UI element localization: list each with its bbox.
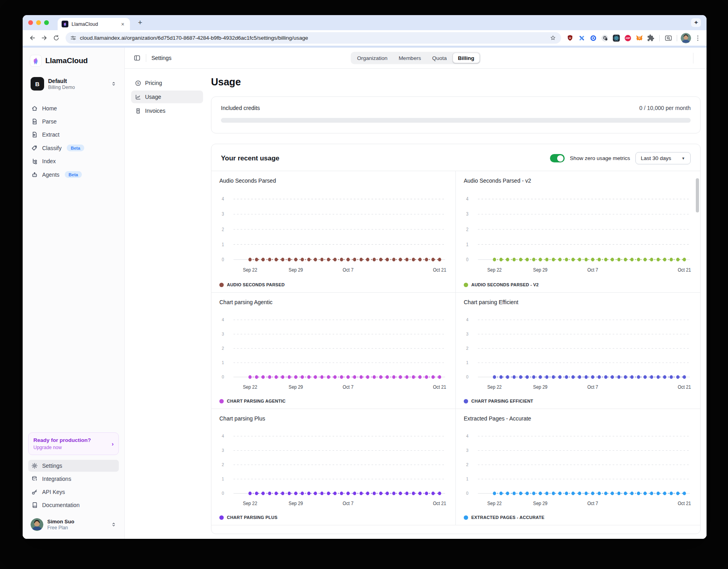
sidebar-item-agents[interactable]: Agents Beta bbox=[28, 168, 119, 181]
extension-icons: U ABP bbox=[565, 33, 703, 43]
sidebar-item-api-keys[interactable]: API Keys bbox=[28, 486, 119, 498]
browser-menu-icon[interactable] bbox=[693, 33, 703, 43]
tab-organization[interactable]: Organization bbox=[352, 53, 393, 63]
legend-dot bbox=[464, 399, 468, 403]
user-menu[interactable]: Simon Suo Free Plan bbox=[28, 517, 119, 532]
fullscreen-window-button[interactable] bbox=[44, 20, 49, 25]
onepassword-extension-icon[interactable] bbox=[600, 33, 610, 43]
svg-text:Sep 29: Sep 29 bbox=[288, 500, 303, 506]
extensions-puzzle-icon[interactable] bbox=[646, 33, 656, 43]
upgrade-title: Ready for production? bbox=[33, 437, 91, 443]
chart-title: Chart parsing Plus bbox=[219, 415, 447, 422]
chart-plot: 01234Sep 22Sep 29Oct 7Oct 21 bbox=[464, 185, 692, 280]
tab-quota[interactable]: Quota bbox=[427, 53, 452, 63]
ublock-extension-icon[interactable]: U bbox=[565, 33, 575, 43]
svg-text:0: 0 bbox=[466, 491, 469, 496]
header-divider bbox=[146, 54, 146, 62]
date-range-select[interactable]: Last 30 days ▼ bbox=[635, 152, 691, 164]
sidebar-item-label: Documentation bbox=[42, 502, 79, 508]
browser-profile-avatar[interactable] bbox=[681, 33, 691, 43]
svg-text:2: 2 bbox=[466, 346, 469, 351]
svg-text:2: 2 bbox=[466, 462, 469, 467]
target-extension-icon[interactable] bbox=[588, 33, 598, 43]
pricing-icon: $ bbox=[135, 80, 141, 86]
svg-text:Sep 22: Sep 22 bbox=[243, 500, 257, 506]
sidebar-item-label: Settings bbox=[42, 463, 62, 469]
svg-text:2: 2 bbox=[222, 462, 224, 467]
chart-legend: EXTRACTED PAGES - ACCURATE bbox=[464, 513, 692, 521]
tab-billing[interactable]: Billing bbox=[453, 53, 479, 63]
subnav-item-invoices[interactable]: Invoices bbox=[131, 104, 203, 117]
sidebar-item-home[interactable]: Home bbox=[28, 102, 119, 114]
react-devtools-extension-icon[interactable] bbox=[611, 33, 621, 43]
llamacloud-logo-icon bbox=[30, 55, 42, 67]
charts-grid: Audio Seconds Parsed 01234Sep 22Sep 29Oc… bbox=[211, 171, 700, 525]
included-credits-card: Included credits 0 / 10,000 per month bbox=[211, 96, 701, 133]
sidebar-item-documentation[interactable]: Documentation bbox=[28, 499, 119, 511]
user-plan: Free Plan bbox=[47, 525, 74, 530]
site-settings-icon[interactable] bbox=[70, 35, 76, 41]
charts-scrollbar-thumb[interactable] bbox=[696, 178, 699, 212]
chart-plot: 01234Sep 22Sep 29Oct 7Oct 21 bbox=[219, 422, 447, 513]
main-area: Settings Organization Members Quota Bill… bbox=[125, 48, 707, 539]
bookmark-star-icon[interactable] bbox=[550, 35, 556, 41]
blue-x-extension-icon[interactable] bbox=[577, 33, 587, 43]
upgrade-card[interactable]: Ready for production? Upgrade now › bbox=[28, 432, 119, 455]
sidebar-item-index[interactable]: Index bbox=[28, 155, 119, 167]
svg-text:0: 0 bbox=[466, 374, 469, 379]
sidebar-item-classify[interactable]: Classify Beta bbox=[28, 142, 119, 154]
sidebar-toggle-icon[interactable] bbox=[134, 54, 141, 62]
tab-members[interactable]: Members bbox=[393, 53, 426, 63]
included-credits-label: Included credits bbox=[221, 105, 260, 111]
forward-button[interactable] bbox=[39, 33, 50, 44]
sidebar-item-integrations[interactable]: Integrations bbox=[28, 473, 119, 485]
chart-legend: AUDIO SECONDS PARSED - V2 bbox=[464, 280, 692, 288]
recent-usage-title: Your recent usage bbox=[221, 154, 279, 162]
svg-text:Oct 21: Oct 21 bbox=[433, 267, 446, 273]
subnav-item-pricing[interactable]: $ Pricing bbox=[131, 77, 203, 89]
subnav-item-usage[interactable]: Usage bbox=[131, 91, 203, 103]
sidebar-item-settings[interactable]: Settings bbox=[28, 460, 119, 472]
minimize-window-button[interactable] bbox=[36, 20, 41, 25]
sidebar-item-parse[interactable]: Parse bbox=[28, 116, 119, 127]
svg-text:1: 1 bbox=[222, 476, 224, 481]
sidebar-item-label: Home bbox=[42, 105, 57, 112]
legend-dot bbox=[219, 399, 224, 403]
parse-icon bbox=[31, 118, 38, 125]
recent-usage-header: Your recent usage Show zero usage metric… bbox=[211, 144, 700, 171]
browser-window: LlamaCloud × + ✦ cloud.llamaindex.ai/org… bbox=[23, 15, 707, 539]
url-bar[interactable]: cloud.llamaindex.ai/organization/6d75d17… bbox=[66, 32, 561, 44]
subnav-item-label: Pricing bbox=[145, 80, 162, 86]
svg-text:Sep 29: Sep 29 bbox=[533, 500, 548, 506]
classify-tag-icon bbox=[31, 145, 38, 151]
legend-label: AUDIO SECONDS PARSED bbox=[227, 282, 285, 287]
new-tab-button[interactable]: + bbox=[136, 18, 145, 27]
org-selector[interactable]: B Default Billing Demo bbox=[28, 75, 119, 92]
settings-tabs: Organization Members Quota Billing bbox=[351, 52, 481, 64]
sidebar-bottom-nav: Settings Integrations API Keys Documenta… bbox=[28, 460, 119, 511]
svg-text:0: 0 bbox=[222, 374, 224, 379]
sidebar-item-extract[interactable]: Extract bbox=[28, 129, 119, 141]
chevron-up-down-icon bbox=[111, 81, 116, 87]
tab-search-icon[interactable] bbox=[663, 33, 673, 43]
sparkle-icon[interactable]: ✦ bbox=[691, 18, 701, 27]
close-tab-icon[interactable]: × bbox=[120, 21, 126, 28]
close-window-button[interactable] bbox=[28, 20, 33, 25]
svg-text:Oct 21: Oct 21 bbox=[433, 500, 446, 506]
legend-dot bbox=[219, 515, 224, 520]
chart-title: Audio Seconds Parsed - v2 bbox=[464, 177, 692, 184]
svg-text:4: 4 bbox=[222, 197, 224, 202]
reload-button[interactable] bbox=[50, 33, 62, 44]
svg-text:Sep 29: Sep 29 bbox=[533, 267, 548, 273]
chart-plot: 01234Sep 22Sep 29Oct 7Oct 21 bbox=[219, 306, 447, 397]
back-button[interactable] bbox=[27, 33, 38, 44]
metamask-extension-icon[interactable] bbox=[634, 33, 644, 43]
abp-extension-icon[interactable]: ABP bbox=[623, 33, 633, 43]
svg-text:2: 2 bbox=[222, 346, 224, 351]
browser-tab[interactable]: LlamaCloud × bbox=[58, 18, 130, 30]
sidebar-nav: Home Parse Extract Classify Beta I bbox=[28, 102, 119, 181]
brand-row[interactable]: LlamaCloud bbox=[28, 52, 119, 69]
chart-title: Chart parsing Efficient bbox=[464, 299, 692, 305]
show-zero-usage-toggle[interactable] bbox=[550, 154, 565, 162]
toolbar-separator bbox=[659, 35, 660, 41]
